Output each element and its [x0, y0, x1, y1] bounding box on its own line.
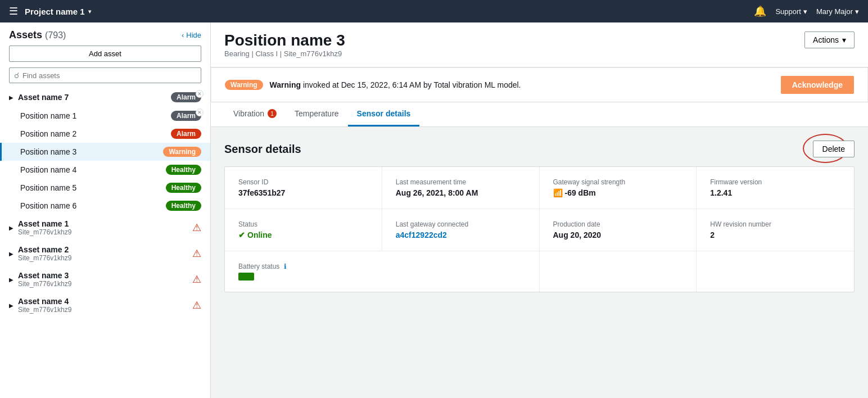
- actions-button[interactable]: Actions ▾: [804, 31, 855, 48]
- top-navigation: ☰ Project name 1 ▾ 🔔 Support ▾ Mary Majo…: [0, 0, 868, 22]
- sensor-cell-production: Production date Aug 20, 2020: [540, 209, 697, 251]
- list-item[interactable]: Position name 4 Healthy: [0, 161, 210, 179]
- asset-group-4-name: Asset name 4: [18, 297, 71, 306]
- firmware-value: 1.2.41: [710, 188, 840, 197]
- subtitle-site: Site_m776v1khz9: [284, 49, 342, 58]
- add-asset-section: Add asset: [9, 46, 201, 62]
- project-name[interactable]: Project name 1 ▾: [25, 7, 91, 16]
- sidebar-title: Assets (793): [9, 29, 66, 41]
- sidebar: Assets (793) ‹ Hide Add asset ☌ ▶ Asset …: [0, 22, 211, 398]
- expand-icon: ▶: [9, 225, 13, 231]
- list-item-selected[interactable]: Position name 3 Warning: [0, 143, 210, 161]
- sensor-cell-battery: Battery status ℹ: [225, 251, 382, 292]
- project-caret-icon: ▾: [88, 8, 91, 15]
- signal-value: 📶-69 dBm: [553, 188, 683, 197]
- expand-icon: ▶: [9, 94, 13, 101]
- asset-group-2-name: Asset name 2: [18, 245, 71, 254]
- gateway-value[interactable]: a4cf12922cd2: [396, 230, 526, 239]
- main-content: Position name 3 Bearing | Class I | Site…: [211, 22, 868, 398]
- sensor-id-value: 37fe6351b27: [238, 188, 368, 197]
- sensor-cell-gateway: Last gateway connected a4cf12922cd2: [382, 209, 540, 251]
- asset-group-1: ▶ Asset name 1 Site_m776v1khz9 ⚠: [0, 215, 210, 241]
- battery-label: Battery status ℹ: [238, 263, 369, 270]
- list-item[interactable]: Position name 6 Healthy: [0, 197, 210, 215]
- delete-button[interactable]: Delete: [813, 141, 855, 157]
- layout: Assets (793) ‹ Hide Add asset ☌ ▶ Asset …: [0, 22, 868, 398]
- content-area: Sensor details Delete Sensor ID 37fe6351…: [211, 127, 868, 398]
- sensor-cell-firmware: Firmware version 1.2.41: [697, 167, 854, 209]
- user-menu[interactable]: Mary Major ▾: [816, 7, 859, 16]
- sensor-cell-hw: HW revision number 2: [697, 209, 854, 251]
- sensor-cell-status: Status ✔ Online: [225, 209, 382, 251]
- asset-group-7-header[interactable]: ▶ Asset name 7 Alarm ✕: [0, 88, 210, 107]
- asset-group-3-header[interactable]: ▶ Asset name 3 Site_m776v1khz9 ⚠: [0, 266, 210, 292]
- tab-vibration[interactable]: Vibration 1: [224, 102, 286, 126]
- hw-value: 2: [710, 230, 840, 239]
- alarm-close-icon: ✕: [196, 108, 204, 116]
- search-input[interactable]: [22, 71, 196, 80]
- wifi-icon: 📶: [553, 188, 563, 197]
- add-asset-button[interactable]: Add asset: [9, 46, 201, 62]
- list-item[interactable]: Position name 5 Healthy: [0, 179, 210, 197]
- expand-icon: ▶: [9, 251, 13, 257]
- asset-group-3: ▶ Asset name 3 Site_m776v1khz9 ⚠: [0, 266, 210, 292]
- vibration-tab-badge: 1: [268, 109, 277, 118]
- battery-bar: [238, 273, 254, 281]
- asset-group-2: ▶ Asset name 2 Site_m776v1khz9 ⚠: [0, 241, 210, 266]
- sensor-cell-measurement: Last measurement time Aug 26, 2021, 8:00…: [382, 167, 540, 209]
- tab-bar: Vibration 1 Temperature Sensor details: [211, 102, 868, 127]
- delete-button-wrapper: Delete: [813, 141, 855, 157]
- list-item[interactable]: Position name 1 Alarm ✕: [0, 107, 210, 125]
- bell-icon[interactable]: 🔔: [754, 5, 766, 17]
- info-icon[interactable]: ℹ: [284, 263, 287, 270]
- user-caret-icon: ▾: [855, 7, 859, 16]
- topnav-left: ☰ Project name 1 ▾: [9, 5, 91, 17]
- asset-group-4-sub: Site_m776v1khz9: [18, 306, 71, 314]
- sensor-cell-empty-1: [382, 251, 540, 292]
- chevron-left-icon: ‹: [182, 31, 184, 39]
- menu-icon[interactable]: ☰: [9, 5, 18, 17]
- expand-icon: ▶: [9, 302, 13, 309]
- tab-temperature[interactable]: Temperature: [286, 102, 348, 126]
- asset-group-1-header[interactable]: ▶ Asset name 1 Site_m776v1khz9 ⚠: [0, 215, 210, 241]
- sensor-cell-signal: Gateway signal strength 📶-69 dBm: [540, 167, 697, 209]
- page-subtitle: Bearing | Class I | Site_m776v1khz9: [224, 49, 345, 58]
- gateway-label: Last gateway connected: [396, 220, 526, 228]
- status-label: Status: [238, 220, 368, 228]
- warning-badge: Warning: [163, 147, 201, 157]
- acknowledge-button[interactable]: Acknowledge: [781, 76, 854, 94]
- healthy-badge: Healthy: [166, 183, 201, 193]
- warning-banner: Warning Warning invoked at Dec 15, 2022,…: [211, 67, 868, 102]
- list-item[interactable]: Position name 2 Alarm: [0, 125, 210, 143]
- status-value: ✔ Online: [238, 230, 368, 239]
- support-caret-icon: ▾: [803, 7, 807, 16]
- sidebar-header: Assets (793) ‹ Hide: [0, 22, 210, 46]
- support-menu[interactable]: Support ▾: [775, 7, 807, 16]
- warning-text: Warning invoked at Dec 15, 2022, 6:14 AM…: [270, 80, 521, 89]
- hw-label: HW revision number: [710, 220, 840, 228]
- actions-caret-icon: ▾: [842, 35, 846, 44]
- measurement-label: Last measurement time: [396, 178, 526, 186]
- subtitle-class: Class I: [255, 49, 278, 58]
- alarm-red-badge: Alarm: [171, 129, 201, 139]
- asset-group-4-header[interactable]: ▶ Asset name 4 Site_m776v1khz9 ⚠: [0, 292, 210, 318]
- production-value: Aug 20, 2020: [553, 230, 683, 239]
- sidebar-hide-button[interactable]: ‹ Hide: [182, 31, 201, 39]
- tab-sensor-details[interactable]: Sensor details: [348, 102, 420, 126]
- sensor-section-header: Sensor details Delete: [224, 141, 855, 157]
- asset-group-2-header[interactable]: ▶ Asset name 2 Site_m776v1khz9 ⚠: [0, 241, 210, 266]
- critical-icon: ⚠: [192, 247, 201, 260]
- sensor-details-grid: Sensor ID 37fe6351b27 Last measurement t…: [224, 166, 855, 292]
- alarm-badge-wrap: Alarm ✕: [171, 92, 201, 102]
- asset-group-7: ▶ Asset name 7 Alarm ✕ Position name 1 A…: [0, 88, 210, 215]
- asset-group-2-sub: Site_m776v1khz9: [18, 254, 71, 262]
- sensor-cell-id: Sensor ID 37fe6351b27: [225, 167, 382, 209]
- asset-group-3-sub: Site_m776v1khz9: [18, 280, 71, 288]
- asset-group-7-name: Asset name 7: [18, 93, 69, 102]
- asset-group-4: ▶ Asset name 4 Site_m776v1khz9 ⚠: [0, 292, 210, 318]
- page-title: Position name 3: [224, 31, 345, 49]
- subtitle-bearing: Bearing: [224, 49, 250, 58]
- online-check-icon: ✔: [238, 230, 245, 239]
- search-box: ☌: [9, 67, 201, 83]
- asset-group-1-sub: Site_m776v1khz9: [18, 228, 71, 236]
